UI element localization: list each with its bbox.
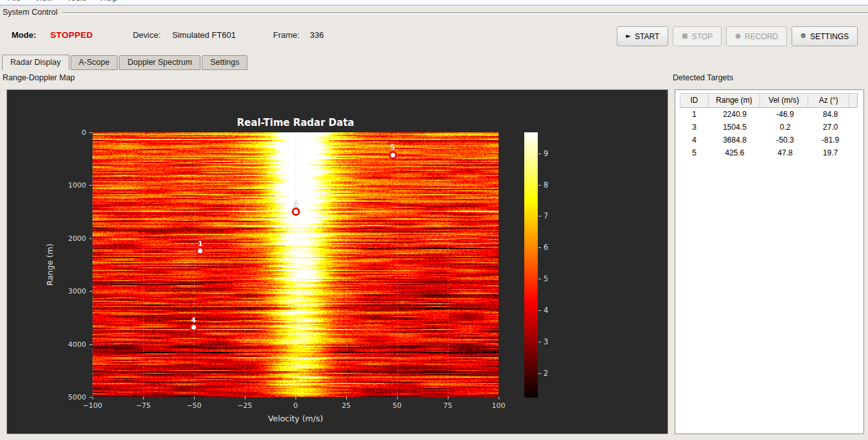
mode-value: STOPPED xyxy=(50,30,93,40)
range-doppler-plot-panel: Real-Time Radar Data −100−75−50−25025507… xyxy=(6,89,668,434)
target-marker-label-4: 4 xyxy=(191,316,196,324)
table-cell: 425.6 xyxy=(709,146,761,159)
targets-table: IDRange (m)Vel (m/s)Az (°) 12240.9-46.98… xyxy=(680,93,860,159)
table-cell: 4 xyxy=(680,134,709,146)
system-control-group-label: System Control xyxy=(3,8,61,17)
tab-settings[interactable]: Settings xyxy=(202,55,247,70)
table-cell: 1 xyxy=(680,108,709,121)
table-row[interactable]: 43684.8-50.3-81.9 xyxy=(680,134,860,146)
range-doppler-map-label: Range-Doppler Map xyxy=(3,73,75,82)
target-marker-4[interactable] xyxy=(190,323,198,331)
table-cell: 5 xyxy=(680,146,709,159)
menu-item-file[interactable]: File xyxy=(0,0,28,4)
radar-app-window: FileViewToolsHelp System Control Mode: S… xyxy=(0,0,868,440)
tab-a-scope[interactable]: A-Scope xyxy=(71,55,118,70)
start-button[interactable]: ► START xyxy=(617,26,668,46)
record-icon: ● xyxy=(735,32,741,39)
detected-targets-panel: IDRange (m)Vel (m/s)Az (°) 12240.9-46.98… xyxy=(675,89,864,434)
targets-table-header: IDRange (m)Vel (m/s)Az (°) xyxy=(680,93,860,108)
target-marker-label-5: 5 xyxy=(390,143,395,152)
record-button[interactable]: ● RECORD xyxy=(726,26,787,46)
x-tick-mark xyxy=(245,397,245,400)
y-tick-mark xyxy=(89,344,92,345)
table-row[interactable]: 31504.50.227.0 xyxy=(680,121,860,134)
y-axis-label: Range (m) xyxy=(45,243,55,286)
x-tick-mark xyxy=(346,397,347,400)
frame-label: Frame: xyxy=(273,30,299,40)
y-tick-mark xyxy=(89,397,92,398)
stop-button-label: STOP xyxy=(692,32,713,41)
target-marker-5[interactable] xyxy=(389,151,397,159)
colorbar-tick-label: 9 xyxy=(544,149,548,158)
tab-radar-display[interactable]: Radar Display xyxy=(2,55,69,70)
menu-item-view[interactable]: View xyxy=(28,0,60,4)
system-control-group-line xyxy=(62,12,868,15)
y-tick-mark xyxy=(89,185,92,186)
menu-item-help[interactable]: Help xyxy=(93,0,125,4)
record-button-label: RECORD xyxy=(745,32,778,41)
x-tick-label: −25 xyxy=(237,401,252,410)
table-cell: 1504.5 xyxy=(709,121,761,134)
y-tick-mark xyxy=(89,132,92,133)
range-doppler-canvas[interactable] xyxy=(93,132,499,397)
col-header-vel-m-s-[interactable]: Vel (m/s) xyxy=(759,93,808,108)
tab-doppler-spectrum[interactable]: Doppler Spectrum xyxy=(119,55,200,70)
menu-divider xyxy=(0,4,868,6)
table-row[interactable]: 12240.9-46.984.8 xyxy=(680,108,860,121)
colorbar-tick-label: 4 xyxy=(544,306,548,315)
y-tick-label: 4000 xyxy=(49,340,86,348)
x-tick-label: −50 xyxy=(186,401,201,410)
colorbar-tick-label: 7 xyxy=(544,211,548,220)
table-cell: 84.8 xyxy=(810,108,851,121)
gear-icon: ⚙ xyxy=(801,32,806,39)
colorbar-tick-label: 6 xyxy=(544,243,548,252)
tab-bar: Radar DisplayA-ScopeDoppler SpectrumSett… xyxy=(2,55,249,70)
table-cell: 3684.8 xyxy=(709,134,761,146)
x-tick-mark xyxy=(143,397,144,400)
table-row[interactable]: 5425.647.819.7 xyxy=(680,146,860,159)
table-cell: 19.7 xyxy=(810,146,851,159)
colorbar-tick-label: 5 xyxy=(544,274,548,283)
x-tick-mark xyxy=(499,397,499,400)
y-tick-label: 1000 xyxy=(49,181,86,189)
play-icon: ► xyxy=(626,32,631,39)
table-cell: 3 xyxy=(680,121,709,134)
y-tick-mark xyxy=(89,291,92,292)
table-cell: 2240.9 xyxy=(709,108,761,121)
colorbar-tick-mark xyxy=(538,279,541,279)
x-tick-label: −100 xyxy=(83,401,102,410)
colorbar-tick-label: 2 xyxy=(544,369,548,378)
mode-label: Mode: xyxy=(12,30,36,40)
col-header-filler[interactable] xyxy=(849,93,858,108)
menu-item-tools[interactable]: Tools xyxy=(60,0,93,4)
plot-title: Real-Time Radar Data xyxy=(237,117,354,128)
stop-icon: ■ xyxy=(682,32,687,39)
table-cell: 0.2 xyxy=(761,121,810,134)
device-label: Device: xyxy=(133,30,161,40)
target-marker-label-3: 3 xyxy=(294,200,299,209)
x-tick-label: −75 xyxy=(136,401,150,410)
colorbar-tick-mark xyxy=(538,154,541,154)
col-header-range-m-[interactable]: Range (m) xyxy=(708,93,760,108)
col-header-id[interactable]: ID xyxy=(680,93,709,108)
colorbar-tick-mark xyxy=(538,310,541,311)
target-marker-label-1: 1 xyxy=(198,240,203,248)
col-header-az-[interactable]: Az (°) xyxy=(808,93,849,108)
table-cell: 27.0 xyxy=(810,121,851,134)
x-tick-mark xyxy=(93,397,93,400)
x-tick-mark xyxy=(194,397,195,400)
settings-button[interactable]: ⚙ SETTINGS xyxy=(792,26,858,46)
detected-targets-label: Detected Targets xyxy=(673,73,733,82)
targets-table-body: 12240.9-46.984.831504.50.227.043684.8-50… xyxy=(680,108,860,159)
y-tick-label: 0 xyxy=(49,128,86,137)
table-cell: -81.9 xyxy=(810,134,851,146)
stop-button[interactable]: ■ STOP xyxy=(673,26,722,46)
x-tick-mark xyxy=(397,397,398,400)
colorbar xyxy=(524,132,538,398)
start-button-label: START xyxy=(635,32,659,41)
table-cell: -46.9 xyxy=(761,108,810,121)
x-tick-label: 75 xyxy=(443,401,452,410)
colorbar-tick-mark xyxy=(538,342,541,342)
toolbar-buttons: ► START ■ STOP ● RECORD ⚙ SETTINGS xyxy=(617,26,858,46)
colorbar-tick-label: 3 xyxy=(544,337,548,346)
